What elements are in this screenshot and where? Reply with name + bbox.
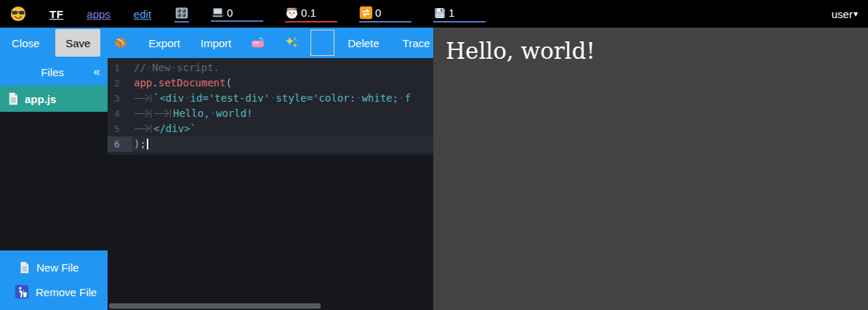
remove-file-label: Remove File [36,286,97,298]
import-button[interactable]: Import [199,37,233,49]
home-link[interactable]: TF [49,8,63,20]
floppy-disk-icon [433,7,446,20]
sunglasses-face-icon[interactable] [10,6,26,22]
laptop-counter-value: 0 [227,7,233,19]
code-line-text: Hello,·world! [132,106,433,121]
code-token: New [152,62,170,73]
text-cursor [147,139,148,150]
refresh-counter-value: 0 [375,7,381,19]
code-line[interactable]: 4Hello,·world! [108,106,433,121]
code-line[interactable]: 1//·New·script. [108,60,433,76]
document-icon [7,92,19,105]
file-name: app.js [25,93,56,105]
export-button[interactable]: Export [147,37,181,49]
preview-pane: Hello, world! [433,28,868,310]
new-file-label: New File [36,261,79,274]
code-token: id='test-div' [190,92,270,104]
hamster-counter-value: 0.1 [301,7,316,19]
line-number: 1 [108,60,132,76]
top-bar: TF apps edit 0 [0,0,868,28]
preview-hello-text: Hello, world! [446,38,868,64]
main-area: Close Save Export Import [0,28,868,310]
hamster-counter[interactable]: 0.1 [285,5,337,23]
code-token: ( [225,77,231,89]
package-icon[interactable] [113,36,128,50]
trace-button[interactable]: Trace [401,37,432,49]
line-number: 6 [108,136,132,152]
code-token: · [398,92,404,104]
remove-file-button[interactable]: Remove File [0,280,108,304]
user-menu[interactable]: user ▾ [832,8,858,20]
tab-whitespace-marker [134,125,151,133]
user-menu-label: user [832,8,853,20]
code-token: script. [177,62,220,73]
code-token: f [405,92,411,104]
apps-link[interactable]: apps [87,8,110,20]
edit-link[interactable]: edit [134,8,151,20]
code-line-text: app.setDocument( [132,76,433,91]
code-line-text: `<div·id='test-div'·style='color:·white;… [132,91,433,106]
code-token: style='color: [276,92,356,104]
file-item-appjs[interactable]: app.js [0,86,108,112]
code-token: white; [362,92,399,104]
files-sidebar: Files « app.js [0,58,108,310]
tab-whitespace-marker [134,110,151,118]
code-line[interactable]: 3`<div·id='test-div'·style='color:·white… [108,91,433,106]
code-token: Hello, [173,107,210,119]
code-line[interactable]: 2app.setDocument( [108,76,433,91]
code-line-text: //·New·script. [132,60,433,76]
laptop-counter[interactable]: 0 [211,6,263,22]
new-page-icon [19,261,30,274]
code-token: // [134,62,146,73]
code-line[interactable]: 5</div>` [108,121,433,136]
tab-whitespace-marker [134,94,151,102]
toolbar-text-input[interactable] [310,30,334,56]
chevron-down-icon: ▾ [853,9,858,19]
delete-button[interactable]: Delete [346,37,380,49]
sparkles-icon[interactable] [284,36,299,50]
save-button[interactable]: Save [55,29,100,57]
laptop-icon [211,7,225,19]
files-title: Files [0,66,86,78]
editor-column: Close Save Export Import [0,28,433,310]
code-line[interactable]: 6); [108,136,433,152]
litter-bin-icon [15,285,29,299]
line-number: 2 [108,76,132,91]
code-token: · [171,62,177,73]
code-token: · [210,107,216,119]
refresh-counter[interactable]: 0 [359,5,411,23]
line-number: 4 [108,106,132,121]
tab-whitespace-marker [153,110,171,118]
floppy-counter-value: 1 [449,7,454,19]
code-token: · [270,92,276,104]
code-line-text: </div>` [132,121,433,136]
floppy-counter[interactable]: 1 [433,6,486,23]
code-token: world! [216,107,253,119]
horizontal-scrollbar[interactable] [109,303,321,309]
code-token: `<div [153,92,184,104]
editor-body: Files « app.js [0,58,433,310]
code-rows: 1//·New·script.2app.setDocument(3`<div·i… [108,58,433,155]
line-number: 3 [108,91,132,106]
new-file-button[interactable]: New File [0,255,108,280]
files-header: Files « [0,58,108,86]
refresh-icon [359,6,373,20]
hamster-icon [285,6,299,20]
code-token: app [134,77,152,89]
code-token: </div>` [153,123,196,134]
editor-toolbar: Close Save Export Import [0,28,433,58]
code-editor[interactable]: 1//·New·script.2app.setDocument(3`<div·i… [108,58,433,310]
code-token: setDocument [158,77,226,89]
code-token: · [184,92,190,104]
code-token: . [152,77,158,89]
code-line-text: ); [132,136,433,152]
collapse-sidebar-button[interactable]: « [86,65,108,78]
close-button[interactable]: Close [10,37,41,49]
sidebar-empty-area [0,112,108,250]
sidebar-actions: New File Remove File [0,250,108,310]
soap-icon[interactable] [250,36,265,50]
code-token: · [355,92,361,104]
code-token: ); [134,138,146,150]
line-number: 5 [108,121,132,136]
control-knobs-icon[interactable] [174,6,189,23]
